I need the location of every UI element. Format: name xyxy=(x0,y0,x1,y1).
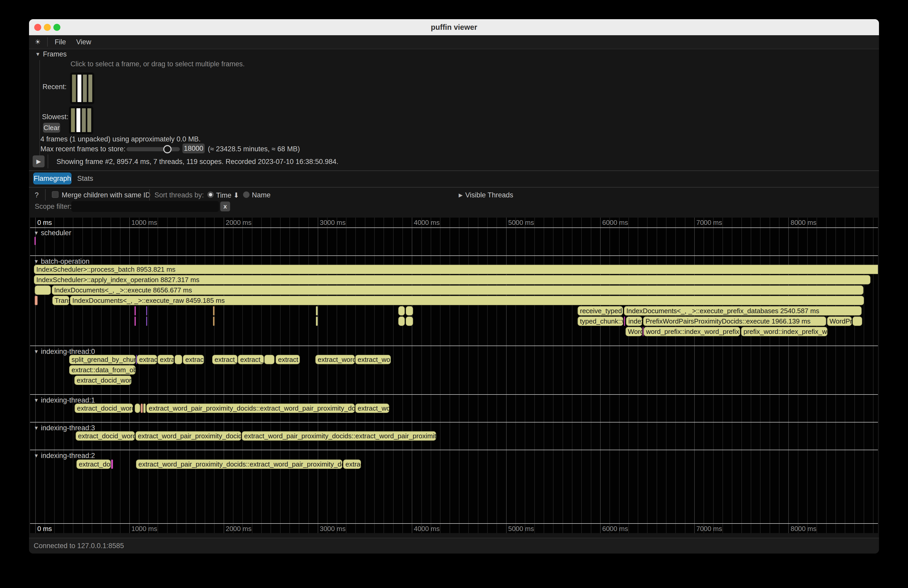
visible-threads-toggle[interactable]: ▶Visible Threads xyxy=(459,191,514,199)
scope-bar[interactable]: index xyxy=(626,316,642,326)
scope-bar[interactable] xyxy=(135,306,136,315)
scope-bar[interactable]: extract_ xyxy=(238,355,264,364)
scope-bar[interactable]: extract_word_pair_proximity_docids xyxy=(135,431,241,440)
scope-bar[interactable]: IndexDocuments<_, _>::execute_raw 8459.1… xyxy=(70,296,864,305)
scope-bar[interactable]: extrac xyxy=(343,459,361,469)
scope-bar[interactable]: PrefixWordPairsProximityDocids::execute … xyxy=(643,316,826,326)
scope-bar[interactable]: extract_docid_word xyxy=(75,403,133,413)
scope-bar[interactable] xyxy=(264,355,274,364)
recent-frame-thumbnail[interactable] xyxy=(70,72,94,104)
clear-button[interactable]: Clear xyxy=(43,123,60,133)
scope-bar[interactable]: Trans xyxy=(52,296,69,305)
frame-bar[interactable] xyxy=(83,75,87,102)
scope-bar[interactable]: extract_doc xyxy=(76,459,111,469)
frame-bar[interactable] xyxy=(71,108,75,132)
menu-view[interactable]: View xyxy=(76,35,91,49)
scope-bar[interactable]: extract::data_from_ob xyxy=(69,365,135,374)
scope-bar[interactable]: IndexScheduler>::apply_index_operation 8… xyxy=(34,275,871,284)
tab-flamegraph[interactable]: Flamegraph xyxy=(33,172,71,185)
scope-bar[interactable]: extract_docid_word xyxy=(76,431,135,440)
tab-stats[interactable]: Stats xyxy=(77,172,93,185)
sort-time-radio[interactable] xyxy=(207,191,214,198)
scope-bar[interactable]: extract_ xyxy=(212,355,237,364)
scope-bar[interactable]: IndexDocuments<_, _>::execute_prefix_dat… xyxy=(624,306,861,315)
play-button[interactable]: ▶ xyxy=(33,156,45,167)
max-frames-note: (≈ 23428.5 minutes, ≈ 68 MB) xyxy=(208,145,300,153)
scope-bar[interactable]: extra xyxy=(158,355,174,364)
scope-bar[interactable] xyxy=(146,316,147,326)
scope-bar[interactable]: extrac xyxy=(183,355,204,364)
menu-file[interactable]: File xyxy=(55,35,66,49)
scope-bar[interactable] xyxy=(624,316,625,326)
scope-bar[interactable] xyxy=(406,316,413,326)
scope-bar[interactable]: prefix_word::index_prefix_wo xyxy=(741,327,828,336)
thread-group-header[interactable]: ▼indexing-thread:1 xyxy=(34,396,95,404)
statusbar: Connected to 127.0.0.1:8585 xyxy=(29,538,879,554)
frame-bar-selected[interactable] xyxy=(76,108,80,132)
max-frames-value[interactable]: 18000 xyxy=(182,143,205,153)
scope-bar[interactable]: extract_word_pair_proximity_docids::extr… xyxy=(242,431,436,440)
scope-bar[interactable]: extract_wo xyxy=(355,403,389,413)
thread-group-header[interactable]: ▼indexing-thread:3 xyxy=(34,424,95,432)
scope-bar[interactable] xyxy=(642,327,644,336)
scope-bar[interactable] xyxy=(213,316,214,326)
scope-bar[interactable]: receive_typed_ xyxy=(578,306,623,315)
max-frames-slider[interactable] xyxy=(126,147,180,151)
merge-children-label[interactable]: Merge children with same ID xyxy=(62,191,150,199)
scope-bar[interactable]: extract_word_pair_proximity_docids::extr… xyxy=(136,459,342,469)
collapse-triangle-icon: ▼ xyxy=(34,425,39,431)
scope-bar[interactable]: split_grenad_by_chun xyxy=(69,355,135,364)
scope-bar[interactable] xyxy=(175,355,182,364)
frames-section-header[interactable]: ▼Frames xyxy=(35,50,67,58)
scope-bar[interactable] xyxy=(213,306,214,315)
scope-bar[interactable] xyxy=(398,316,405,326)
scope-bar[interactable]: word_prefix::index_word_prefix xyxy=(644,327,740,336)
sort-time-label[interactable]: Time ⬇ xyxy=(216,191,239,199)
slider-knob[interactable] xyxy=(163,145,172,153)
clear-filter-button[interactable]: x xyxy=(220,201,230,211)
scope-bar[interactable] xyxy=(34,237,36,245)
help-button[interactable]: ? xyxy=(35,191,39,199)
scope-bar[interactable] xyxy=(143,403,146,413)
scope-bar[interactable] xyxy=(111,459,113,469)
frame-bar[interactable] xyxy=(72,75,76,102)
sort-name-radio[interactable] xyxy=(243,191,250,198)
thread-group-header[interactable]: ▼indexing-thread:2 xyxy=(34,452,95,460)
frame-bar-selected[interactable] xyxy=(77,75,81,102)
merge-children-checkbox[interactable] xyxy=(52,191,59,198)
scope-bar[interactable] xyxy=(35,296,37,305)
frame-bar[interactable] xyxy=(87,108,91,132)
thread-group-header[interactable]: ▼scheduler xyxy=(34,229,71,237)
scope-bar[interactable] xyxy=(316,316,318,326)
scope-bar[interactable] xyxy=(135,403,140,413)
scope-bar[interactable] xyxy=(406,306,413,315)
scope-bar[interactable] xyxy=(316,306,318,315)
frame-bar[interactable] xyxy=(82,108,86,132)
scope-bar[interactable] xyxy=(141,403,143,413)
scope-bar[interactable]: extract xyxy=(137,355,157,364)
scope-bar[interactable]: IndexScheduler>::process_batch 8953.821 … xyxy=(34,265,878,274)
scope-bar[interactable] xyxy=(853,316,862,326)
frame-bar[interactable] xyxy=(89,75,92,102)
scope-bar[interactable]: extract_wo xyxy=(355,355,391,364)
scope-bar[interactable] xyxy=(146,306,147,315)
scope-bar[interactable] xyxy=(398,306,405,315)
scope-bar[interactable]: Word xyxy=(626,327,642,336)
scope-bar[interactable] xyxy=(35,286,51,295)
app-window: puffin viewer ☀ File View ▼Frames Click … xyxy=(29,19,879,554)
scope-bar[interactable]: WordPr xyxy=(827,316,852,326)
scope-bar[interactable]: extract_word_pair_proximity_docids::extr… xyxy=(147,403,355,413)
slowest-frame-thumbnail[interactable] xyxy=(69,106,93,134)
scope-bar[interactable]: typed_chunk::w xyxy=(578,316,623,326)
scope-filter-input[interactable] xyxy=(71,201,219,212)
scope-bar[interactable] xyxy=(135,316,136,326)
thread-group-header[interactable]: ▼batch-operation xyxy=(34,257,89,265)
scope-bar[interactable]: extract_word xyxy=(316,355,355,364)
scope-bar[interactable]: extract xyxy=(276,355,300,364)
scope-bar[interactable]: extract_docid_word xyxy=(74,376,131,385)
sort-name-label[interactable]: Name xyxy=(252,191,270,199)
theme-toggle-sun-icon[interactable]: ☀ xyxy=(35,35,41,49)
scope-bar[interactable]: IndexDocuments<_, _>::execute 8656.677 m… xyxy=(52,286,863,295)
flamegraph-canvas[interactable]: 0 ms1000 ms2000 ms3000 ms4000 ms5000 ms6… xyxy=(30,218,878,533)
thread-group-header[interactable]: ▼indexing-thread:0 xyxy=(34,348,95,356)
